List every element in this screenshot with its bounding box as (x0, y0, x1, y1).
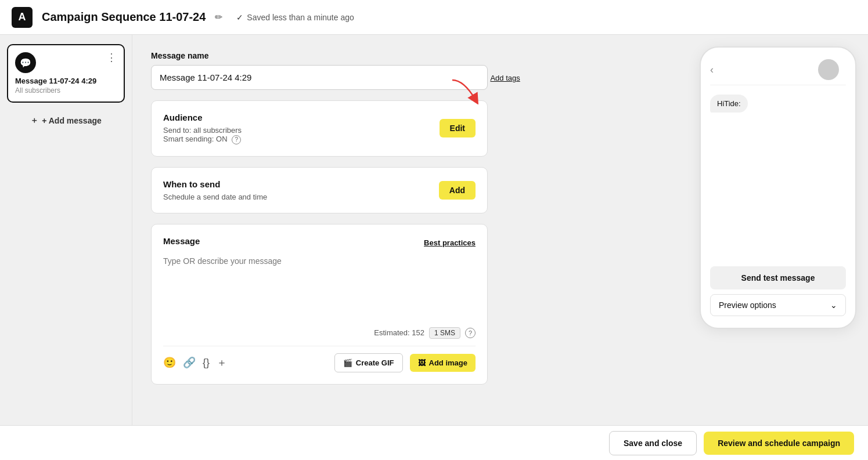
phone-messages-area: HiTide: (710, 92, 846, 255)
plus-toolbar-icon[interactable]: ＋ (217, 356, 227, 370)
sms-icon: 💬 (15, 52, 36, 73)
preview-options-button[interactable]: Preview options ⌄ (710, 294, 846, 316)
when-to-send-title: When to send (163, 179, 429, 189)
sidebar: 💬 ⋮ Message 11-07-24 4:29 All subscriber… (0, 35, 132, 425)
phone-actions: Send test message Preview options ⌄ (710, 266, 846, 316)
add-tags-link[interactable]: Add tags (490, 74, 520, 82)
phone-avatar (818, 59, 839, 80)
create-gif-button[interactable]: 🎬 Create GIF (334, 353, 403, 372)
message-name-label: Message name (151, 51, 669, 60)
card-subtitle: All subscribers (15, 86, 117, 95)
bottom-bar: Save and close Review and schedule campa… (0, 425, 868, 460)
sms-badge: 1 SMS (429, 327, 460, 339)
add-image-button[interactable]: 🖼 Add image (410, 354, 476, 372)
phone-message-bubble: HiTide: (710, 95, 748, 113)
audience-edit-button[interactable]: Edit (440, 119, 476, 137)
message-card: Message Best practices Estimated: 152 1 … (151, 224, 488, 385)
estimate-help-icon[interactable]: ? (465, 328, 476, 338)
best-practices-link[interactable]: Best practices (424, 238, 476, 247)
card-title: Message 11-07-24 4:29 (15, 77, 117, 85)
content-area: Message name Add tags Audience Send to: … (132, 35, 688, 425)
when-to-send-card: When to send Schedule a send date and ti… (151, 167, 488, 213)
main-layout: 💬 ⋮ Message 11-07-24 4:29 All subscriber… (0, 35, 868, 425)
top-nav: A Campaign Sequence 11-07-24 ✏ ✓ Saved l… (0, 0, 868, 35)
gif-icon: 🎬 (343, 358, 352, 367)
phone-topbar: ‹ (710, 59, 846, 85)
review-schedule-button[interactable]: Review and schedule campaign (704, 432, 854, 455)
nav-title: Campaign Sequence 11-07-24 (42, 10, 206, 24)
audience-title: Audience (163, 113, 429, 122)
message-name-input[interactable] (151, 65, 488, 90)
edit-icon[interactable]: ✏ (215, 12, 222, 23)
message-section-title: Message (163, 236, 200, 246)
send-test-button[interactable]: Send test message (710, 266, 846, 289)
save-close-button[interactable]: Save and close (609, 431, 697, 455)
message-toolbar: 🙂 🔗 {} ＋ 🎬 Create GIF 🖼 Add image (163, 346, 476, 372)
sidebar-message-card[interactable]: 💬 ⋮ Message 11-07-24 4:29 All subscriber… (7, 44, 125, 103)
link-icon[interactable]: 🔗 (183, 356, 196, 369)
variable-icon[interactable]: {} (203, 357, 210, 369)
saved-status: ✓ Saved less than a minute ago (236, 13, 354, 22)
check-icon: ✓ (236, 13, 243, 22)
phone-mockup: ‹ HiTide: Send test message Preview opti… (700, 46, 856, 329)
audience-smart-sending: Smart sending: ON ? (163, 135, 429, 144)
add-message-button[interactable]: ＋ + Add message (7, 110, 125, 132)
preview-panel: ‹ HiTide: Send test message Preview opti… (688, 35, 868, 425)
image-icon: 🖼 (418, 358, 426, 367)
plus-icon: ＋ (30, 115, 38, 126)
when-to-send-subtitle: Schedule a send date and time (163, 193, 429, 201)
logo-icon: A (12, 7, 33, 28)
message-estimate: Estimated: 152 1 SMS ? (163, 327, 476, 339)
when-to-send-add-button[interactable]: Add (439, 181, 476, 200)
emoji-icon[interactable]: 🙂 (163, 356, 176, 369)
phone-back-icon[interactable]: ‹ (710, 64, 714, 76)
card-menu-icon[interactable]: ⋮ (106, 52, 117, 63)
chevron-down-icon: ⌄ (830, 300, 837, 310)
smart-sending-help-icon[interactable]: ? (232, 135, 241, 144)
audience-card: Audience Send to: all subscribers Smart … (151, 100, 488, 157)
audience-send-to: Send to: all subscribers (163, 126, 429, 135)
message-textarea[interactable] (163, 256, 476, 320)
